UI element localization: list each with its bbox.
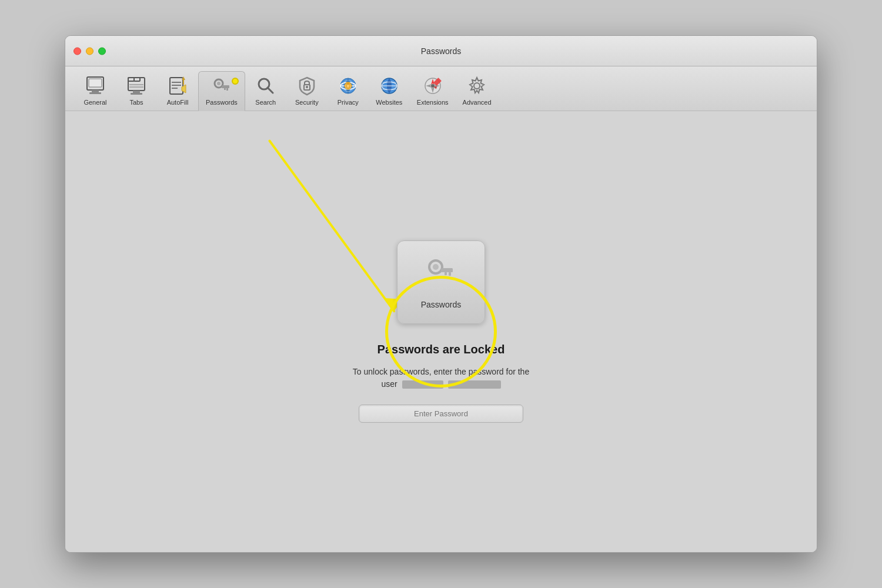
- tab-passwords[interactable]: Passwords: [198, 71, 245, 111]
- minimize-button[interactable]: [86, 47, 93, 55]
- privacy-icon: [338, 75, 359, 96]
- svg-rect-10: [131, 93, 142, 95]
- passwords-toolbar-label: Passwords: [206, 99, 238, 106]
- svg-rect-2: [92, 90, 99, 92]
- tabs-icon: [126, 75, 147, 96]
- tab-advanced[interactable]: Advanced: [456, 72, 499, 111]
- extensions-label: Extensions: [417, 99, 449, 106]
- security-label: Security: [295, 99, 319, 106]
- websites-icon: [379, 75, 400, 96]
- tab-extensions[interactable]: Extensions: [410, 72, 456, 111]
- description-line1: To unlock passwords, enter the password …: [353, 367, 529, 376]
- svg-line-24: [268, 88, 273, 93]
- svg-rect-4: [128, 78, 145, 91]
- tab-tabs[interactable]: Tabs: [116, 72, 157, 111]
- center-panel: Passwords Passwords are Locked To unlock…: [353, 240, 529, 423]
- extensions-icon: [422, 75, 443, 96]
- svg-rect-9: [133, 91, 140, 93]
- svg-point-26: [306, 86, 308, 88]
- passwords-icon-panel: Passwords: [397, 240, 485, 324]
- locked-title: Passwords are Locked: [377, 343, 505, 356]
- svg-rect-3: [89, 92, 101, 94]
- svg-rect-21: [226, 88, 228, 91]
- autofill-icon: [167, 75, 188, 96]
- titlebar: Passwords: [65, 36, 817, 66]
- description-line2: user: [381, 379, 397, 389]
- locked-description: To unlock passwords, enter the password …: [353, 366, 529, 390]
- key-icon: [425, 255, 457, 294]
- svg-point-44: [474, 83, 480, 89]
- security-icon: [296, 75, 318, 96]
- svg-point-48: [433, 264, 439, 270]
- main-content: Passwords Passwords are Locked To unlock…: [65, 111, 817, 552]
- window-controls: [74, 47, 106, 55]
- svg-rect-51: [445, 272, 447, 275]
- window-title: Passwords: [421, 46, 461, 56]
- tab-search[interactable]: Search: [245, 72, 286, 111]
- passwords-toolbar-icon: [211, 75, 232, 96]
- advanced-label: Advanced: [463, 99, 492, 106]
- svg-rect-50: [449, 272, 451, 276]
- tab-privacy[interactable]: Privacy: [328, 72, 369, 111]
- tab-security[interactable]: Security: [286, 72, 328, 111]
- advanced-icon: [466, 75, 487, 96]
- redacted-username-2: [448, 380, 501, 389]
- panel-passwords-label: Passwords: [421, 300, 461, 309]
- svg-rect-6: [134, 78, 140, 81]
- tab-general[interactable]: General: [75, 72, 116, 111]
- tabs-label: Tabs: [129, 99, 143, 106]
- websites-label: Websites: [376, 99, 402, 106]
- enter-password-input[interactable]: [359, 405, 523, 423]
- svg-rect-20: [222, 85, 229, 88]
- preferences-window: Passwords General: [65, 35, 817, 553]
- svg-rect-49: [441, 268, 453, 272]
- svg-point-19: [217, 82, 220, 85]
- svg-point-41: [431, 84, 435, 88]
- svg-rect-1: [89, 79, 102, 87]
- toolbar: General Tabs: [65, 66, 817, 111]
- tab-websites[interactable]: Websites: [369, 72, 410, 111]
- general-label: General: [83, 99, 106, 106]
- svg-rect-22: [224, 88, 226, 90]
- tab-autofill[interactable]: AutoFill: [157, 72, 198, 111]
- search-label: Search: [255, 99, 276, 106]
- svg-rect-5: [128, 78, 134, 81]
- redacted-username-1: [402, 380, 443, 389]
- close-button[interactable]: [74, 47, 81, 55]
- maximize-button[interactable]: [98, 47, 106, 55]
- search-icon: [255, 75, 276, 96]
- autofill-label: AutoFill: [167, 99, 189, 106]
- general-icon: [85, 75, 106, 96]
- privacy-label: Privacy: [338, 99, 359, 106]
- annotation-dot: [232, 78, 239, 85]
